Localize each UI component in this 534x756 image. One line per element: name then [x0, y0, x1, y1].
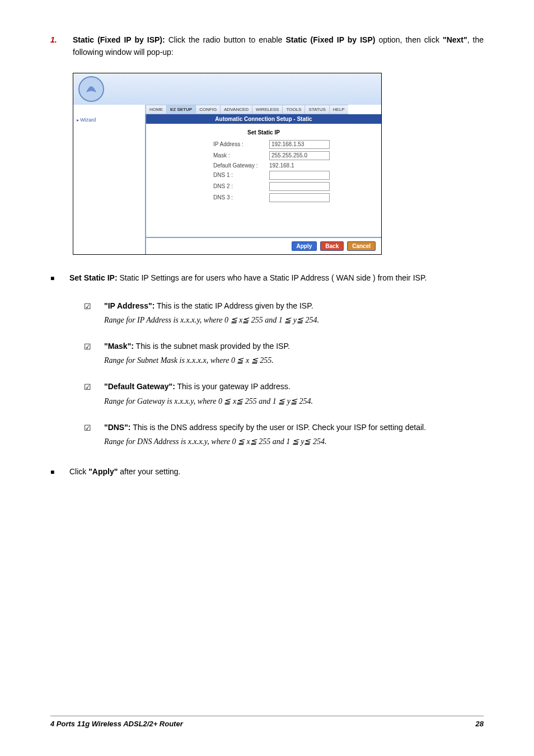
panel-title: Automatic Connection Setup - Static [146, 114, 381, 124]
tab-help[interactable]: HELP [329, 105, 348, 114]
footer-title: 4 Ports 11g Wireless ADSL2/2+ Router [50, 720, 183, 728]
item-gw-range: Range for Gateway is x.x.x.y, where 0 ≦ … [104, 397, 313, 405]
tab-advanced[interactable]: ADVANCED [220, 105, 252, 114]
bullet-square-icon: ■ [50, 272, 69, 285]
screenshot-header [73, 73, 381, 105]
step-mid2: option, then click [375, 35, 443, 44]
step-number: 1. [50, 34, 73, 59]
input-mask[interactable]: 255.255.255.0 [269, 151, 330, 160]
footer-page: 28 [476, 720, 484, 728]
item-gw-head: "Default Gateway": [104, 382, 175, 391]
step-bold2: Static (Fixed IP by ISP) [285, 35, 375, 44]
check-icon: ☑ [84, 299, 104, 327]
label-dns3: DNS 3 : [213, 194, 269, 200]
item-dns-head: "DNS": [104, 423, 131, 432]
tab-home[interactable]: HOME [146, 105, 166, 114]
nav-tabs: HOME EZ SETUP CONFIG ADVANCED WIRELESS T… [146, 105, 381, 114]
sidebar-item-wizard[interactable]: Wizard [73, 116, 145, 124]
input-dns1[interactable] [269, 171, 330, 180]
label-mask: Mask : [213, 152, 269, 158]
router-screenshot: HOME EZ SETUP CONFIG ADVANCED WIRELESS T… [73, 73, 382, 255]
tab-config[interactable]: CONFIG [195, 105, 220, 114]
apply-line-pre: Click [69, 467, 88, 476]
tab-tools[interactable]: TOOLS [282, 105, 305, 114]
tab-wireless[interactable]: WIRELESS [252, 105, 282, 114]
input-ip-address[interactable]: 192.168.1.53 [269, 140, 330, 149]
check-icon: ☑ [84, 380, 104, 408]
panel-subtitle: Set Static IP [146, 124, 381, 139]
step-mid1: Click the radio button to enable [165, 35, 286, 44]
step-bold3: "Next" [443, 35, 467, 44]
apply-button[interactable]: Apply [292, 241, 317, 251]
tab-ezsetup[interactable]: EZ SETUP [166, 105, 195, 114]
item-mask-body: This is the subnet mask provided by the … [134, 342, 290, 351]
item-mask-head: "Mask": [104, 342, 134, 351]
check-icon: ☑ [84, 421, 104, 449]
set-static-head: Set Static IP: [69, 273, 118, 282]
back-button[interactable]: Back [320, 241, 344, 251]
item-ip-range: Range for IP Address is x.x.x.y, where 0… [104, 316, 319, 324]
value-default-gateway: 192.168.1 [269, 162, 294, 169]
label-default-gateway: Default Gateway : [213, 162, 269, 169]
tab-status[interactable]: STATUS [305, 105, 329, 114]
item-ip-head: "IP Address": [104, 301, 154, 310]
label-dns2: DNS 2 : [213, 183, 269, 189]
item-mask-range: Range for Subnet Mask is x.x.x.x, where … [104, 356, 274, 365]
item-dns-range: Range for DNS Address is x.x.x.y, where … [104, 437, 326, 446]
label-ip-address: IP Address : [213, 141, 269, 147]
label-dns1: DNS 1 : [213, 172, 269, 178]
check-icon: ☑ [84, 339, 104, 367]
cancel-button[interactable]: Cancel [347, 241, 376, 251]
router-logo-icon [78, 76, 105, 102]
input-dns2[interactable] [269, 182, 330, 191]
apply-line-bold: "Apply" [88, 467, 118, 476]
input-dns3[interactable] [269, 193, 330, 202]
step-prefix: Static (Fixed IP by ISP): [73, 35, 165, 44]
item-dns-body: This is the DNS address specify by the u… [131, 423, 427, 432]
item-gw-body: This is your gateway IP address. [175, 382, 291, 391]
item-ip-body: This is the static IP Address given by t… [154, 301, 313, 310]
bullet-square-icon: ■ [50, 465, 69, 479]
set-static-body: Static IP Settings are for users who hav… [118, 273, 427, 282]
step-text: Static (Fixed IP by ISP): Click the radi… [73, 35, 484, 57]
apply-line-post: after your setting. [118, 467, 180, 476]
